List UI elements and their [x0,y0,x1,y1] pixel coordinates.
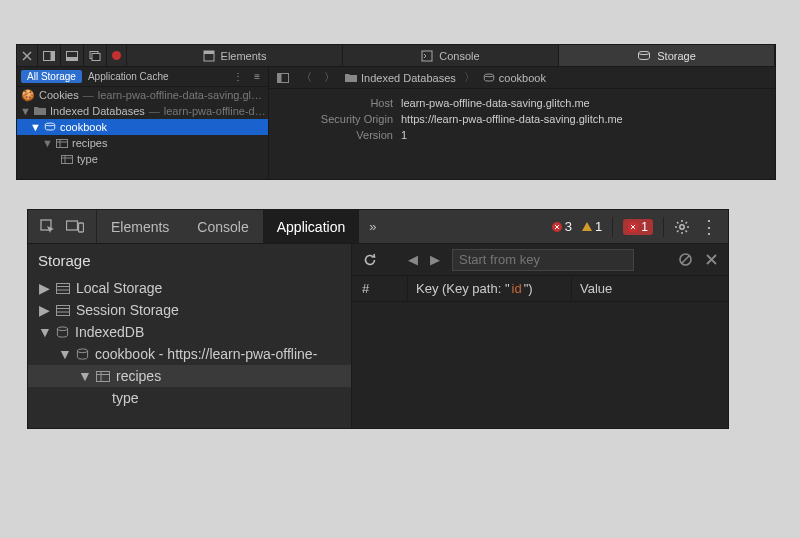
filter-more-icon[interactable]: ⋮ ≡ [233,71,264,82]
tree-store-label: recipes [72,137,107,149]
inspect-icon[interactable] [40,219,56,235]
error-icon [552,222,562,232]
detail-origin-value: https://learn-pwa-offline-data-saving.gl… [401,113,623,129]
svg-point-23 [680,224,684,228]
tree-indexeddb[interactable]: ▼ IndexedDB [28,321,351,343]
chrome-tabbar: Elements Console Application » 3 1 1 ⋮ [28,210,728,244]
svg-point-38 [57,326,67,330]
tab-application[interactable]: Application [263,210,360,243]
breadcrumb-bar: 〈 〉 Indexed Databases 〉 cookbook [269,67,775,89]
svg-rect-32 [57,283,70,293]
tree-db-label: cookbook [60,121,107,133]
error-badge[interactable] [107,45,127,66]
nav-back-icon[interactable]: 〈 [299,70,314,85]
storage-icon [56,305,70,316]
breadcrumb-db[interactable]: cookbook [483,72,546,84]
tab-elements[interactable]: Elements [127,45,343,66]
tree-cookies[interactable]: 🍪 Cookies — learn-pwa-offline-data-savin… [17,87,268,103]
svg-rect-40 [97,371,110,381]
elements-icon [203,50,215,62]
tree-idb-site: learn-pwa-offline-dat… [164,105,268,117]
storage-sidebar: All Storage Application Cache ⋮ ≡ 🍪 Cook… [17,67,269,179]
console-icon [421,50,433,62]
tab-console-label: Console [439,50,479,62]
more-tabs-icon[interactable]: » [359,210,386,243]
start-from-key-input[interactable] [452,249,634,271]
database-icon [76,348,89,361]
tree-db-cookbook[interactable]: ▼ cookbook - https://learn-pwa-offline- [28,343,351,365]
breadcrumb-root[interactable]: Indexed Databases [345,72,456,84]
chevron-down-icon: ▼ [58,346,70,362]
svg-rect-8 [422,51,432,61]
col-value[interactable]: Value [572,276,728,301]
error-count[interactable]: 3 [552,219,572,234]
svg-rect-5 [92,53,100,60]
breadcrumb-separator: 〉 [464,70,475,85]
idb-column-headers: # Key (Key path: "id") Value [352,276,728,302]
tab-elements[interactable]: Elements [97,210,183,243]
breadcrumb-db-label: cookbook [499,72,546,84]
refresh-icon[interactable] [362,252,378,268]
warning-count-value: 1 [595,219,602,234]
tab-application-label: Application [277,219,346,235]
chrome-devtools-panel: Elements Console Application » 3 1 1 ⋮ [28,210,728,428]
nav-forward-icon[interactable]: 〉 [322,70,337,85]
storage-tree: 🍪 Cookies — learn-pwa-offline-data-savin… [17,87,268,179]
toggle-sidebar-icon[interactable] [275,73,291,83]
tree-session-storage[interactable]: ▶ Session Storage [28,299,351,321]
dock-side-icon[interactable] [38,45,61,66]
tree-cookies-site: learn-pwa-offline-data-saving.gl… [98,89,262,101]
tree-db-label: cookbook - https://learn-pwa-offline- [95,346,317,362]
folder-icon [345,73,357,83]
issues-count[interactable]: 1 [623,219,653,235]
tree-index-type[interactable]: type [28,387,351,409]
dock-bottom-icon[interactable] [61,45,84,66]
chevron-down-icon: ▼ [38,324,50,340]
storage-detail-panel: 〈 〉 Indexed Databases 〉 cookbook Hostlea… [269,67,775,179]
delete-selected-icon[interactable] [705,253,718,266]
breadcrumb-root-label: Indexed Databases [361,72,456,84]
table-icon [61,155,73,164]
chevron-right-icon: ▶ [38,280,50,296]
svg-rect-21 [67,221,78,230]
application-main: ◀ ▶ # Key (Key path: "id") Value [352,244,728,428]
settings-icon[interactable] [674,219,690,235]
stacked-panels-icon[interactable] [84,45,107,66]
detail-origin-key: Security Origin [281,113,401,129]
tree-local-storage[interactable]: ▶ Local Storage [28,277,351,299]
svg-rect-18 [278,73,282,82]
chevron-down-icon: ▼ [43,137,52,149]
col-index[interactable]: # [352,276,408,301]
svg-rect-22 [79,223,84,232]
detail-version-key: Version [281,129,401,145]
storage-filterbar: All Storage Application Cache ⋮ ≡ [17,67,268,87]
tree-index-type[interactable]: type [17,151,268,167]
next-page-icon[interactable]: ▶ [430,252,440,267]
filter-application-cache[interactable]: Application Cache [86,71,171,82]
tab-console[interactable]: Console [183,210,262,243]
table-icon [96,371,110,382]
svg-point-19 [484,74,493,77]
tree-store-recipes[interactable]: ▼ recipes [17,135,268,151]
table-icon [56,139,68,148]
tree-store-recipes[interactable]: ▼ recipes [28,365,351,387]
col-key[interactable]: Key (Key path: "id") [408,276,572,301]
svg-rect-11 [57,139,68,147]
svg-rect-35 [57,305,70,315]
tree-indexed-databases[interactable]: ▼ Indexed Databases — learn-pwa-offline-… [17,103,268,119]
sidebar-section-title: Storage [28,250,351,277]
device-toggle-icon[interactable] [66,220,84,234]
tree-db-cookbook[interactable]: ▼ cookbook [17,119,268,135]
tab-storage[interactable]: Storage [559,45,775,66]
prev-page-icon[interactable]: ◀ [408,252,418,267]
idb-data-grid[interactable] [352,302,728,428]
tab-console[interactable]: Console [343,45,559,66]
safari-tabbar: Elements Console Storage [17,45,775,67]
close-icon[interactable] [17,45,38,66]
clear-store-icon[interactable] [678,252,693,267]
tab-elements-label: Elements [221,50,267,62]
svg-line-29 [686,230,688,232]
safari-devtools-panel: Elements Console Storage All Storage App… [16,44,776,180]
filter-all-storage[interactable]: All Storage [21,70,82,83]
warning-count[interactable]: 1 [582,219,602,234]
